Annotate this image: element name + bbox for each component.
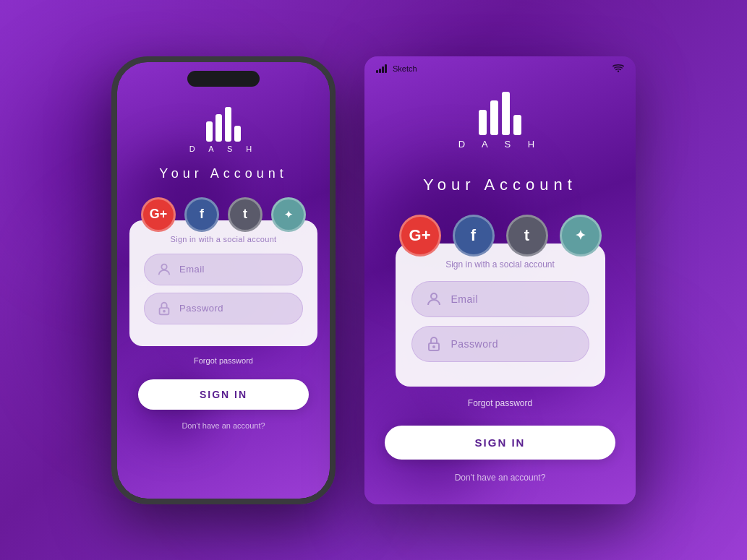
flat-sign-in-button[interactable]: SIGN IN bbox=[385, 426, 615, 460]
phone-mockup: D A S H Your Account G+ f t ✦ Sign in wi… bbox=[111, 56, 336, 504]
flat-screen: Sketch bbox=[364, 56, 636, 504]
flat-tagline: Your Account bbox=[423, 176, 577, 194]
svg-point-2 bbox=[163, 310, 165, 311]
signal-bars-icon bbox=[376, 64, 387, 73]
phone-password-group bbox=[144, 293, 303, 324]
phone-inner: D A S H Your Account G+ f t ✦ Sign in wi… bbox=[117, 62, 330, 499]
flat-status-bar: Sketch bbox=[364, 56, 636, 77]
phone-google-icon[interactable]: G+ bbox=[141, 197, 176, 232]
phone-dropbox-icon[interactable]: ✦ bbox=[271, 197, 306, 232]
flat-password-input[interactable] bbox=[451, 338, 576, 350]
phone-forgot-password[interactable]: Forgot password bbox=[194, 356, 253, 365]
flat-user-icon bbox=[425, 290, 443, 308]
phone-password-input[interactable] bbox=[179, 303, 291, 314]
flat-forgot-password[interactable]: Forgot password bbox=[468, 398, 532, 408]
phone-no-account[interactable]: Don't have an account? bbox=[182, 421, 265, 430]
flat-email-input[interactable] bbox=[451, 293, 576, 305]
flat-google-icon[interactable]: G+ bbox=[399, 215, 441, 257]
svg-point-6 bbox=[433, 346, 435, 348]
flat-logo-bar-2 bbox=[490, 100, 498, 135]
logo-bar-2 bbox=[215, 114, 222, 142]
phone-email-input[interactable] bbox=[179, 264, 291, 275]
flat-tumblr-icon[interactable]: t bbox=[506, 215, 548, 257]
flat-email-group bbox=[411, 281, 589, 317]
flat-login-card: Sign in with a social account bbox=[396, 244, 605, 387]
phone-logo-text: D A S H bbox=[189, 145, 258, 153]
phone-social-icons: G+ f t ✦ bbox=[141, 197, 306, 232]
flat-no-account[interactable]: Don't have an account? bbox=[455, 473, 546, 483]
svg-point-4 bbox=[431, 293, 437, 299]
logo-bar-4 bbox=[234, 126, 241, 142]
wifi-icon bbox=[612, 64, 624, 74]
phone-tagline: Your Account bbox=[159, 166, 287, 181]
logo-bar-3 bbox=[225, 107, 231, 142]
flat-dash-logo: D A S H bbox=[458, 85, 542, 150]
flat-logo-bar-4 bbox=[513, 115, 521, 135]
status-app-name: Sketch bbox=[393, 64, 417, 73]
phone-sign-in-button[interactable]: SIGN IN bbox=[138, 379, 308, 410]
svg-point-0 bbox=[161, 264, 166, 269]
flat-logo-bar-3 bbox=[502, 92, 510, 135]
phone-user-icon bbox=[156, 262, 172, 277]
status-left: Sketch bbox=[376, 64, 417, 73]
flat-social-icons: G+ f t ✦ bbox=[399, 215, 602, 257]
phone-content: D A S H Your Account G+ f t ✦ Sign in wi… bbox=[117, 62, 330, 430]
svg-point-3 bbox=[618, 70, 619, 72]
scene: D A S H Your Account G+ f t ✦ Sign in wi… bbox=[111, 56, 636, 504]
phone-sign-in-social-text: Sign in with a social account bbox=[144, 235, 303, 244]
phone-lock-icon bbox=[156, 301, 172, 316]
logo-bar-1 bbox=[206, 121, 213, 142]
flat-sign-in-social-text: Sign in with a social account bbox=[411, 259, 589, 270]
phone-facebook-icon[interactable]: f bbox=[184, 197, 219, 232]
flat-logo-bars bbox=[479, 85, 521, 135]
flat-facebook-icon[interactable]: f bbox=[453, 215, 495, 257]
phone-logo-bars bbox=[206, 102, 241, 142]
phone-login-card: Sign in with a social account bbox=[129, 220, 317, 346]
phone-tumblr-icon[interactable]: t bbox=[228, 197, 262, 232]
phone-notch bbox=[187, 71, 260, 87]
flat-dropbox-icon[interactable]: ✦ bbox=[560, 215, 602, 257]
flat-password-group bbox=[411, 326, 589, 362]
flat-content: D A S H Your Account G+ f t ✦ Sign in wi… bbox=[364, 77, 636, 483]
flat-lock-icon bbox=[425, 335, 443, 353]
phone-email-group bbox=[144, 254, 303, 285]
dash-logo: D A S H bbox=[189, 102, 258, 153]
flat-logo-text: D A S H bbox=[458, 139, 542, 150]
flat-logo-bar-1 bbox=[479, 110, 487, 135]
